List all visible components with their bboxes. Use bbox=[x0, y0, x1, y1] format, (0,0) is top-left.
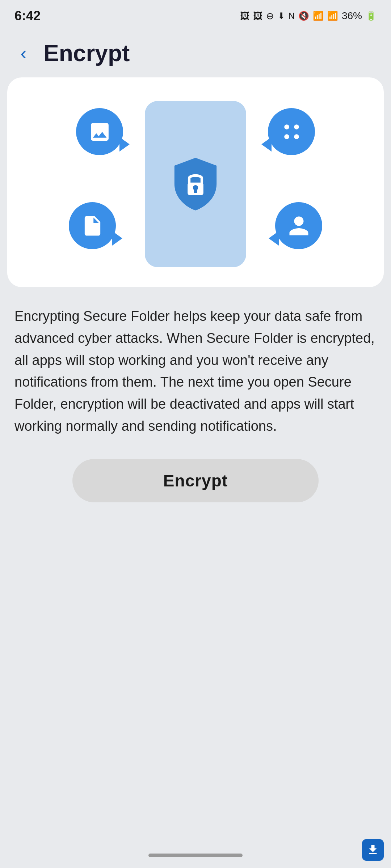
svg-point-1 bbox=[294, 124, 299, 129]
illustration-inner bbox=[69, 97, 322, 271]
back-button[interactable]: ‹ bbox=[11, 41, 36, 66]
svg-rect-6 bbox=[194, 189, 197, 193]
shield-lock-icon bbox=[167, 155, 224, 213]
battery-text: 36% bbox=[342, 10, 362, 22]
person-icon bbox=[287, 214, 311, 238]
person-icon-bubble bbox=[275, 202, 322, 249]
document-icon-bubble bbox=[69, 202, 116, 249]
wifi-icon: 📶 bbox=[313, 11, 324, 21]
corner-action-icon[interactable] bbox=[362, 839, 384, 861]
encrypt-button[interactable]: Encrypt bbox=[72, 459, 319, 502]
status-bar: 6:42 🖼 🖼 ⊖ ⬇ N 🔇 📶 📶 36% 🔋 bbox=[0, 0, 391, 29]
gallery-icon: 🖼 bbox=[240, 10, 249, 22]
document-icon bbox=[81, 214, 104, 238]
apps-icon-bubble bbox=[268, 108, 315, 155]
header: ‹ Encrypt bbox=[0, 29, 391, 77]
mute-icon: 🔇 bbox=[298, 11, 309, 21]
nfc-icon: N bbox=[289, 11, 295, 21]
minus-icon: ⊖ bbox=[266, 10, 274, 22]
phone-illustration bbox=[145, 101, 246, 267]
page-title: Encrypt bbox=[43, 40, 130, 67]
photo-icon-bubble bbox=[76, 108, 123, 155]
corner-icon-svg bbox=[366, 843, 379, 856]
svg-point-3 bbox=[294, 134, 299, 139]
battery-icon: 🔋 bbox=[366, 11, 377, 21]
status-icons: 🖼 🖼 ⊖ ⬇ N 🔇 📶 📶 36% 🔋 bbox=[240, 10, 377, 22]
back-chevron-icon: ‹ bbox=[20, 44, 26, 63]
home-indicator bbox=[148, 854, 243, 857]
illustration-card bbox=[7, 77, 384, 287]
svg-point-2 bbox=[284, 134, 289, 139]
photo-icon bbox=[88, 120, 112, 144]
status-time: 6:42 bbox=[14, 8, 41, 24]
image-icon: 🖼 bbox=[253, 10, 262, 22]
apps-icon bbox=[280, 120, 303, 144]
signal-icon: 📶 bbox=[327, 11, 338, 21]
download-icon: ⬇ bbox=[278, 11, 285, 21]
description-text: Encrypting Secure Folder helps keep your… bbox=[14, 305, 377, 437]
svg-point-0 bbox=[284, 124, 289, 129]
